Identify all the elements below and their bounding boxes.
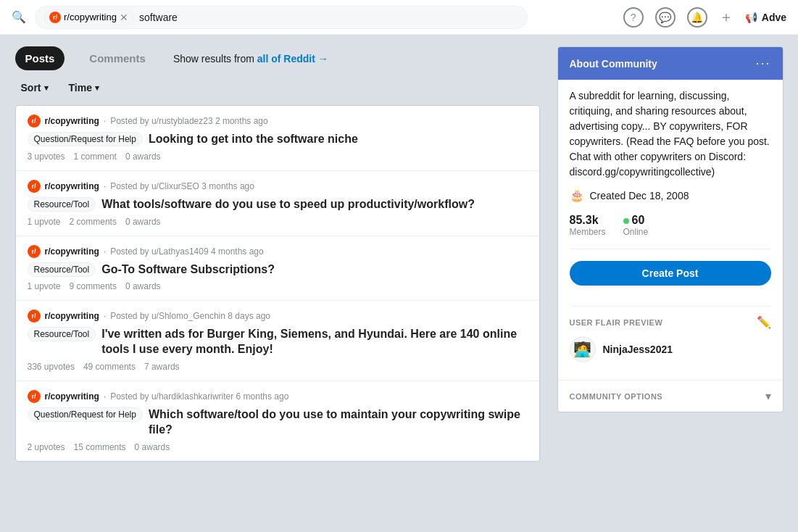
community-card-header: About Community ··· [558,47,783,80]
time-label: Time [69,82,92,93]
all-reddit-link[interactable]: all of Reddit → [257,53,328,65]
user-flair-header: USER FLAIR PREVIEW ✏️ [570,315,771,329]
post-stats: 3 upvotes 1 comment 0 awards [28,151,528,162]
post-posted-by: Posted by u/Shlomo_Genchin 8 days ago [110,311,270,321]
avatar: 🧑‍💻 [570,336,596,362]
cake-icon: 🎂 [570,188,584,202]
post-subreddit[interactable]: r/copywriting [45,391,99,402]
post-comments: 15 comments [74,442,126,452]
members-count: 85.3k [570,214,606,227]
post-title-row: Question/Request for Help Looking to get… [28,132,528,147]
bell-icon[interactable]: 🔔 [687,7,707,28]
post-awards: 0 awards [125,217,161,227]
show-results-link[interactable]: Show results from all of Reddit → [173,53,328,65]
post-awards: 0 awards [135,442,170,452]
avatar: r/ [28,390,41,403]
table-row[interactable]: r/ r/copywriting · Posted by u/ClixurSEO… [16,171,539,236]
community-description: A subreddit for learning, discussing, cr… [570,88,771,180]
post-comments: 2 comments [70,217,117,227]
post-subreddit[interactable]: r/copywriting [45,116,99,126]
post-flair: Question/Request for Help [28,132,143,146]
chat-icon[interactable]: 💬 [655,7,676,28]
post-flair: Resource/Tool [28,327,96,341]
post-awards: 0 awards [125,281,161,291]
post-flair: Resource/Tool [28,262,96,277]
post-upvotes: 1 upvote [28,281,61,291]
community-options-chevron-icon: ▾ [765,389,771,403]
advertise-button[interactable]: 📢 Adve [745,12,786,23]
sort-button[interactable]: Sort ▾ [15,79,54,96]
post-meta-text: · [104,391,106,402]
community-created: 🎂 Created Dec 18, 2008 [570,188,771,202]
post-subreddit[interactable]: r/copywriting [45,181,99,191]
user-flair-title: USER FLAIR PREVIEW [570,318,663,327]
tab-posts[interactable]: Posts [15,46,65,70]
posts-container: r/ r/copywriting · Posted by u/rustyblad… [15,105,540,462]
post-posted-by: Posted by u/Lathyas1409 4 months ago [110,246,263,257]
community-stats: 85.3k Members 60 Online [570,214,771,249]
plus-icon[interactable]: ＋ [719,7,733,27]
online-stat: 60 Online [623,214,649,237]
post-meta: r/ r/copywriting · Posted by u/Shlomo_Ge… [28,309,528,323]
community-options-section: COMMUNITY OPTIONS ▾ [558,380,783,412]
search-bar[interactable]: r/ r/copywriting ✕ [35,6,528,29]
divider [570,306,771,307]
show-results-text: Show results from [173,53,257,65]
user-flair-section: USER FLAIR PREVIEW ✏️ 🧑‍💻 NinjaJess2021 [570,315,771,371]
post-comments: 49 comments [83,362,136,372]
post-title: What tools/software do you use to speed … [101,197,527,212]
avatar: r/ [28,180,41,193]
subreddit-chip-label: r/copywriting [64,12,117,22]
table-row[interactable]: r/ r/copywriting · Posted by u/Lathyas14… [16,236,539,302]
post-upvotes: 3 upvotes [28,151,65,162]
user-flair-row: 🧑‍💻 NinjaJess2021 [570,336,771,362]
sort-chevron-icon: ▾ [44,83,49,93]
search-input[interactable] [139,12,518,23]
community-options-header[interactable]: COMMUNITY OPTIONS ▾ [570,389,771,403]
avatar: r/ [28,245,41,258]
time-button[interactable]: Time ▾ [63,79,105,96]
chip-close-icon[interactable]: ✕ [120,12,128,22]
avatar: r/ [28,115,41,128]
members-stat: 85.3k Members [570,214,606,237]
tabs-row: Posts Comments Show results from all of … [15,46,540,70]
post-upvotes: 2 upvotes [28,442,65,452]
post-title-row: Resource/Tool Go-To Software Subscriptio… [28,262,528,278]
online-count: 60 [623,214,649,227]
create-post-button[interactable]: Create Post [570,261,771,286]
post-flair: Question/Request for Help [28,407,143,422]
sidebar: About Community ··· A subreddit for lear… [557,46,784,462]
post-comments: 1 comment [74,151,117,162]
main-column: Posts Comments Show results from all of … [15,46,540,462]
post-title: Which software/tool do you use to mainta… [149,407,528,438]
table-row[interactable]: r/ r/copywriting · Posted by u/hardiklas… [16,381,539,461]
tab-comments[interactable]: Comments [79,46,156,70]
post-posted-by: Posted by u/ClixurSEO 3 months ago [110,181,254,191]
table-row[interactable]: r/ r/copywriting · Posted by u/Shlomo_Ge… [16,301,539,381]
post-awards: 0 awards [125,151,161,162]
subreddit-chip[interactable]: r/ r/copywriting ✕ [44,9,133,25]
post-upvotes: 1 upvote [28,217,61,227]
table-row[interactable]: r/ r/copywriting · Posted by u/rustyblad… [16,106,539,171]
header-icons: ? 💬 🔔 ＋ 📢 Adve [623,7,786,28]
megaphone-icon: 📢 [745,12,757,23]
post-stats: 1 upvote 2 comments 0 awards [28,217,528,227]
post-subreddit[interactable]: r/copywriting [45,311,99,321]
post-flair: Resource/Tool [28,197,96,212]
post-meta-text: · [104,116,106,126]
post-title: I've written ads for Burger King, Siemen… [101,327,527,357]
post-meta-text: · [104,246,106,257]
post-awards: 7 awards [144,362,180,372]
community-options-title: COMMUNITY OPTIONS [570,392,663,401]
avatar: r/ [28,309,41,323]
post-meta: r/ r/copywriting · Posted by u/hardiklas… [28,390,528,403]
advert-label: Adve [762,12,786,23]
post-subreddit[interactable]: r/copywriting [45,246,99,257]
community-title: About Community [570,58,657,70]
edit-flair-icon[interactable]: ✏️ [757,315,771,329]
post-stats: 1 upvote 9 comments 0 awards [28,281,528,291]
username: NinjaJess2021 [603,344,673,355]
post-title-row: Resource/Tool I've written ads for Burge… [28,327,528,357]
more-options-icon[interactable]: ··· [755,56,770,71]
question-icon[interactable]: ? [623,7,644,28]
